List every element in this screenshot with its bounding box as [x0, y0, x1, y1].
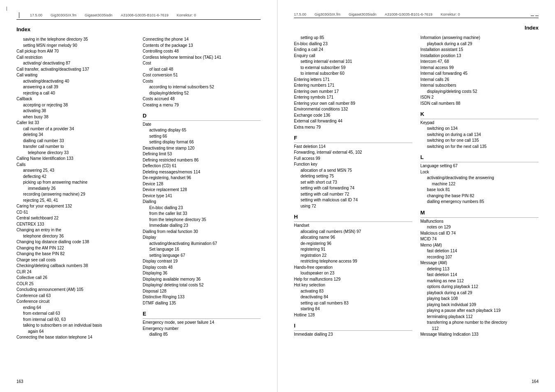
left-header-file2: Gigaset3035isdn	[85, 13, 113, 17]
list-item: Costs accrued 48	[143, 96, 261, 102]
list-item: allocating name 96	[294, 235, 412, 241]
list-item: playing a pause after each playback 119	[421, 308, 539, 314]
list-item: COLR 25	[16, 281, 134, 287]
list-item: Entering symbols 171	[294, 95, 412, 101]
list-item: changing the base PIN 82	[421, 193, 539, 199]
list-item: picking up from answering machine	[16, 180, 134, 186]
list-item: transferring a phone number to the direc…	[421, 320, 539, 326]
list-item: Cost conversion 51	[143, 72, 261, 78]
list-item: setting up call numbers 83	[294, 300, 412, 307]
list-item: Lock	[421, 169, 539, 175]
list-item: using 72	[294, 203, 412, 210]
list-item: Device replacement 128	[143, 187, 261, 193]
list-item: Forwarding, internal/ external 45, 102	[294, 150, 412, 156]
right-header-code: A31008-G3035-B101-6-7619	[385, 12, 432, 16]
list-item: Changing the base PIN 82	[16, 251, 134, 257]
list-item: machine 122	[421, 181, 539, 187]
list-item: talking to subscribers on an individual …	[16, 323, 134, 329]
list-item: Displaying/ deleting total costs 52	[143, 282, 261, 288]
list-item: setting display format 66	[143, 139, 261, 145]
left-page: | 17.5.00 Gig3030iSIX.fm Gigaset3035isdn…	[0, 0, 278, 392]
list-item: setting up 85	[294, 35, 412, 41]
left-header-bar	[19, 12, 19, 18]
list-item: DTMF dialling 135	[143, 300, 261, 307]
list-item: again 64	[16, 329, 134, 335]
list-item: switching on for the next call 135	[421, 144, 539, 150]
list-item: Installation position 13	[421, 53, 539, 59]
list-item: Caller list 33	[16, 120, 134, 126]
list-item: displaying/deleting costs 52	[421, 89, 539, 95]
list-item: Changing the AM PIN 122	[16, 245, 134, 251]
list-item: activating/ deactivating 87	[16, 60, 134, 67]
list-item: loudspeaker on 23	[294, 270, 412, 277]
list-item: Internal access 99	[421, 65, 539, 71]
list-item: Handset	[294, 223, 412, 229]
left-header-code: A31008-G3035-B101-6-7619	[121, 13, 169, 17]
list-item: switching on for one call 135	[421, 138, 539, 144]
dash2	[535, 16, 539, 16]
right-page-content: setting up 85En-bloc dialling 23Ending a…	[294, 35, 539, 338]
list-item: Central switchboard 22	[16, 215, 134, 221]
left-header-file1: Gig3030iSIX.fm	[51, 13, 76, 17]
list-item: De-registering, handset 96	[143, 175, 261, 181]
right-header-korrektur: Korrektur: 0	[441, 12, 460, 16]
list-item: activating 83	[294, 288, 412, 295]
list-item: Call waiting	[16, 72, 134, 78]
list-item: Memo (AM)	[421, 242, 539, 249]
list-item: Fast deletion 114	[294, 144, 412, 150]
left-page-title: Index	[16, 26, 261, 32]
section-letter-H: H	[294, 213, 412, 222]
list-item: Distinctive Ringing 133	[143, 294, 261, 300]
page-container: | 17.5.00 Gig3030iSIX.fm Gigaset3035isdn…	[0, 0, 555, 392]
list-item: answering a call 39	[16, 84, 134, 90]
list-item: setting internal/ external 101	[294, 59, 412, 65]
list-item: 112	[421, 326, 539, 332]
list-item: Call restriction	[16, 55, 134, 61]
list-item: ISDN 2	[421, 95, 539, 101]
list-item: Collective call 26	[16, 275, 134, 281]
list-item: Display costs 48	[143, 265, 261, 271]
list-item: Connecting the phone 14	[143, 37, 261, 43]
list-item: Device 128	[143, 181, 261, 187]
list-item: Message Waiting Indication 133	[421, 332, 539, 338]
list-item: Hotline 128	[294, 312, 412, 318]
list-item: Function key	[294, 161, 412, 168]
left-page-header: 17.5.00 Gig3030iSIX.fm Gigaset3035isdn A…	[16, 12, 261, 20]
list-item: Conference circuit	[16, 299, 134, 305]
left-header-version: 17.5.00	[30, 13, 42, 17]
list-item: ending 64	[16, 305, 134, 311]
list-item: Connecting the base station telephone 14	[16, 334, 134, 341]
list-item: Set language 16	[143, 247, 261, 253]
list-item: Deactivating time stamp 120	[143, 145, 261, 152]
list-item: to internal subscriber 60	[294, 71, 412, 77]
section-letter-L: L	[421, 154, 539, 162]
right-page: 17.5.00 Gig3030iSIX.fm Gigaset3035isdn A…	[278, 0, 555, 392]
list-item: set with short cut 73	[294, 180, 412, 186]
list-item: playing back 108	[421, 296, 539, 302]
list-item: Changing an entry in the	[16, 227, 134, 233]
list-item: Callback	[16, 96, 134, 102]
list-item: Display	[143, 235, 261, 241]
list-item: Cordless telephone terminal box (TAE) 14…	[143, 55, 261, 61]
list-item: Internal subscribers	[421, 83, 539, 89]
list-item: saving in the telephone directory 35	[16, 37, 134, 43]
list-item: recording (answering machine) 29	[16, 191, 134, 198]
list-item: rejecting a call 40	[16, 90, 134, 97]
list-item: dialling emergency numbers 85	[421, 199, 539, 205]
list-item: playback during a call 29	[421, 41, 539, 47]
left-page-number: 163	[16, 379, 23, 384]
list-item: activating display 65	[143, 127, 261, 134]
list-item: deleting 113	[421, 266, 539, 272]
list-item: Contents of the package 13	[143, 43, 261, 49]
list-item: Displaying 36	[143, 270, 261, 277]
left-col2: Connecting the phone 14Contents of the p…	[143, 37, 261, 341]
list-item: Call transfer, activating/deactivating 1…	[16, 67, 134, 73]
list-item: Malfunctions	[421, 219, 539, 225]
list-item: Malicious call ID 74	[421, 231, 539, 237]
list-item: when busy 38	[16, 114, 134, 120]
list-item: Immediate dialling 23	[143, 223, 261, 229]
list-item: notes on 129	[421, 224, 539, 231]
list-item: Cost	[143, 60, 261, 67]
list-item: CLIR 24	[16, 269, 134, 275]
list-item: Full access 99	[294, 156, 412, 162]
